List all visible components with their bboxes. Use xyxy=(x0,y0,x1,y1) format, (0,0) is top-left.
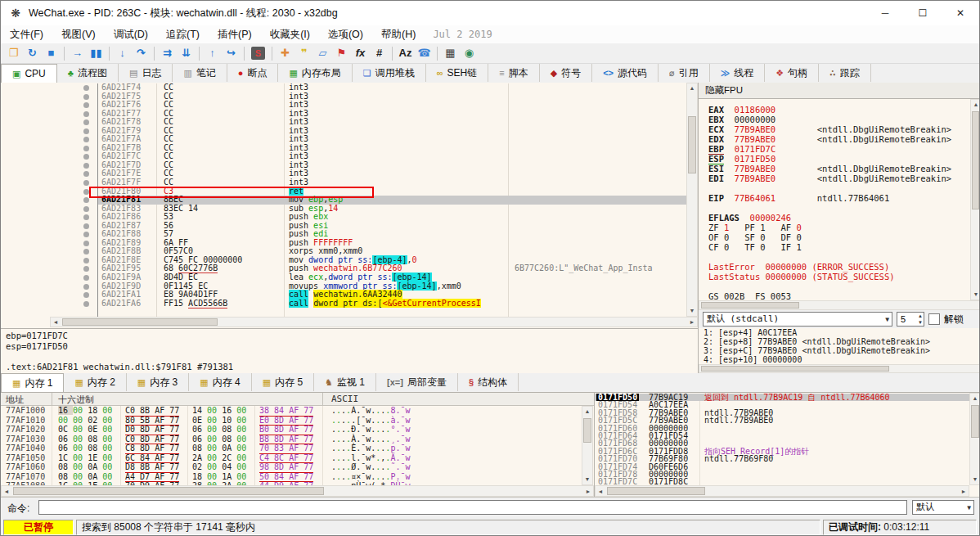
patches-icon[interactable]: ✚ xyxy=(276,44,294,62)
pause-icon[interactable]: ▮▮ xyxy=(87,44,106,62)
breakpoint-dot-icon[interactable] xyxy=(83,292,89,298)
breakpoint-dot-icon[interactable] xyxy=(83,241,89,246)
breakpoint-dot-icon[interactable] xyxy=(83,128,89,134)
bookmarks-icon[interactable]: ⚑ xyxy=(332,44,351,62)
register-line[interactable]: CF 0 TF 0 IF 1 xyxy=(699,242,980,252)
registers-hscroll-thumb[interactable] xyxy=(701,302,799,309)
scroll-left-arrow-icon[interactable]: ◄ xyxy=(51,318,61,327)
disasm-row[interactable]: 6AD21F74CCint3 xyxy=(1,83,686,92)
register-line[interactable]: LastError 00000000 (ERROR_SUCCESS) xyxy=(699,262,980,272)
breakpoint-dot-icon[interactable] xyxy=(83,180,89,186)
dump-vscroll-thumb[interactable] xyxy=(583,418,591,443)
tab-trace[interactable]: ∴跟踪 xyxy=(819,64,871,82)
disasm-hscrollbar[interactable]: ◄ ► xyxy=(50,317,698,327)
scroll-down-arrow-icon[interactable]: ▼ xyxy=(971,290,980,300)
menu-item-视[interactable]: 视图(V) xyxy=(52,25,105,43)
tab-dump-2[interactable]: ▦内存 2 xyxy=(64,373,126,391)
hide-fpu-button[interactable]: 隐藏FPU xyxy=(699,83,980,99)
disasm-row[interactable]: 6AD21F7FCCint3 xyxy=(1,178,686,187)
tab-dump-4[interactable]: ▦内存 4 xyxy=(189,373,251,391)
tab-log[interactable]: ▤日志 xyxy=(119,64,173,82)
tab-seh[interactable]: ∞SEH链 xyxy=(426,64,489,82)
dump-row[interactable]: 77AF104006 00 08 00C8 8D AF 7708 00 0A 0… xyxy=(1,444,582,453)
register-line[interactable] xyxy=(699,183,980,193)
breakpoint-dot-icon[interactable] xyxy=(83,258,89,263)
labels-icon[interactable]: ▱ xyxy=(313,44,332,62)
tab-dump-5[interactable]: ▦内存 5 xyxy=(252,373,314,391)
unlock-checkbox[interactable] xyxy=(928,313,940,325)
stack-hscroll-thumb[interactable] xyxy=(607,487,705,495)
internet-icon[interactable]: ◉ xyxy=(460,44,479,62)
argument-line[interactable]: 4: [esp+10] 00000000 xyxy=(699,355,980,364)
registers-hscrollbar[interactable] xyxy=(699,300,980,310)
register-line[interactable]: OF 0 SF 0 DF 0 xyxy=(699,232,980,242)
dump-row[interactable]: 77AF101000 00 02 0080 5B AF 770E 00 10 0… xyxy=(1,416,582,426)
breakpoint-dot-icon[interactable] xyxy=(83,284,89,290)
command-mode-dropdown[interactable]: 默认 ▼ xyxy=(912,500,974,515)
register-line[interactable]: ZF 1 PF 1 AF 0 xyxy=(699,223,980,232)
register-line[interactable]: EDX 77B9ABE0 <ntdll.DbgUiRemoteBreakin> xyxy=(699,134,980,144)
breakpoint-dot-icon[interactable] xyxy=(83,171,89,177)
run-to-user-code-icon[interactable]: ↪ xyxy=(222,44,241,62)
register-line[interactable] xyxy=(699,203,980,213)
hash-icon[interactable]: # xyxy=(370,44,389,62)
dump-row[interactable]: 77AF10200C 00 0E 00D0 8D AF 7706 00 08 0… xyxy=(1,425,582,435)
registers-vscroll-thumb[interactable] xyxy=(972,111,979,209)
menu-item-插[interactable]: 插件(P) xyxy=(209,25,261,43)
modules-icon[interactable]: ☎ xyxy=(415,44,434,62)
functions-icon[interactable]: fx xyxy=(351,44,370,62)
breakpoint-dot-icon[interactable] xyxy=(83,94,89,100)
scroll-right-arrow-icon[interactable]: ► xyxy=(959,487,969,497)
tab-breakpoints[interactable]: ●断点 xyxy=(227,64,279,82)
tab-call-stack[interactable]: ❏调用堆栈 xyxy=(353,64,426,82)
menu-item-帮[interactable]: 帮助(H) xyxy=(372,25,425,43)
tab-source[interactable]: <>源代码 xyxy=(592,64,659,82)
case-icon[interactable]: Az xyxy=(396,44,415,62)
scroll-down-arrow-icon[interactable]: ▼ xyxy=(687,306,697,316)
menu-item-追[interactable]: 追踪(T) xyxy=(157,25,209,43)
breakpoint-dot-icon[interactable] xyxy=(83,266,89,272)
register-line[interactable]: ECX 77B9ABE0 <ntdll.DbgUiRemoteBreakin> xyxy=(699,124,980,134)
close-button[interactable]: ✕ xyxy=(942,1,979,25)
menu-item-调[interactable]: 调试(D) xyxy=(105,25,157,43)
disasm-hscroll-thumb[interactable] xyxy=(62,318,218,326)
step-out-icon[interactable]: ↑ xyxy=(203,44,222,62)
register-line[interactable]: EIP 77B64061 ntdll.77B64061 xyxy=(699,193,980,203)
restart-icon[interactable]: ↻ xyxy=(23,44,42,62)
dump-row[interactable]: 77AF10501C 00 1E 006C 84 AF 772A 00 2C 0… xyxy=(1,453,582,463)
dump-row[interactable]: 77AF107008 00 0A 00A4 D7 AF 7718 00 1A 0… xyxy=(1,472,582,482)
tab-threads[interactable]: ≫线程 xyxy=(710,64,766,82)
dump-vscrollbar[interactable]: ▲ ▼ xyxy=(582,406,593,485)
step-into-icon[interactable]: ↓ xyxy=(113,44,132,62)
register-line[interactable]: ESP 0171FD50 xyxy=(699,154,980,164)
calculator-icon[interactable]: ▦ xyxy=(441,44,460,62)
register-line[interactable] xyxy=(699,282,980,291)
breakpoint-dot-icon[interactable] xyxy=(83,197,89,203)
tab-notes[interactable]: ▥笔记 xyxy=(173,64,227,82)
calling-convention-dropdown[interactable]: 默认 (stdcall) ▼ xyxy=(703,312,892,327)
tab-memory-map[interactable]: ▦内存布局 xyxy=(278,64,352,82)
tab-references[interactable]: ⌀引用 xyxy=(659,64,710,82)
args-hscrollbar[interactable] xyxy=(699,364,980,373)
breakpoint-dot-icon[interactable] xyxy=(83,232,89,237)
register-line[interactable]: LastStatus 00000000 (STATUS_SUCCESS) xyxy=(699,272,980,282)
disasm-row[interactable]: 6AD21FA6FF15 ACD5566Bcall dword ptr ds:[… xyxy=(1,300,686,309)
breakpoint-dot-icon[interactable] xyxy=(83,214,89,220)
dump-row[interactable]: 77AF100016 00 18 00C0 8B AF 7714 00 16 0… xyxy=(1,406,582,416)
breakpoint-dot-icon[interactable] xyxy=(83,154,89,160)
scroll-up-arrow-icon[interactable]: ▲ xyxy=(687,83,697,93)
dump-row[interactable]: 77AF106008 00 0A 00D8 8B AF 7702 00 04 0… xyxy=(1,462,582,472)
register-line[interactable]: EDI 77B9ABE0 <ntdll.DbgUiRemoteBreakin> xyxy=(699,173,980,183)
stop-icon[interactable]: ■ xyxy=(42,44,61,62)
argument-line[interactable]: 2: [esp+8] 77B9ABE0 <ntdll.DbgUiRemoteBr… xyxy=(699,337,980,346)
scroll-left-arrow-icon[interactable]: ◄ xyxy=(2,487,11,497)
stack-hscrollbar[interactable]: ◄ ► xyxy=(595,485,969,497)
tab-script[interactable]: ≡脚本 xyxy=(488,64,539,82)
scroll-right-arrow-icon[interactable]: ► xyxy=(583,487,593,497)
register-line[interactable]: EBP 0171FD7C xyxy=(699,144,980,154)
breakpoint-dot-icon[interactable] xyxy=(83,223,89,229)
tab-dump-1[interactable]: ▦内存 1 xyxy=(1,373,64,393)
dump-row[interactable]: 77AF103006 00 08 00C0 8D AF 7706 00 08 0… xyxy=(1,435,582,444)
registers-vscrollbar[interactable]: ▲ ▼ xyxy=(970,99,980,300)
scroll-down-arrow-icon[interactable]: ▼ xyxy=(582,475,592,484)
